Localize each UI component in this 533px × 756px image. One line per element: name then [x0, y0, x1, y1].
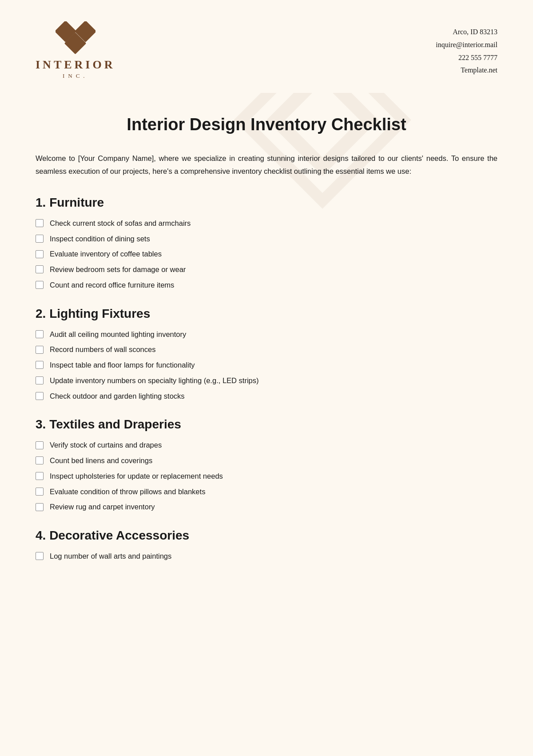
checkbox[interactable] [36, 346, 44, 354]
checkbox[interactable] [36, 330, 44, 338]
checkbox[interactable] [36, 265, 44, 273]
list-item: Verify stock of curtains and drapes [36, 440, 497, 451]
section-furniture: 1. Furniture Check current stock of sofa… [36, 196, 497, 291]
section-textiles: 3. Textiles and Draperies Verify stock o… [36, 417, 497, 512]
company-address: Arco, ID 83213 [436, 26, 497, 39]
list-item: Check current stock of sofas and armchai… [36, 218, 497, 229]
company-email: inquire@interior.mail [436, 39, 497, 52]
checkbox[interactable] [36, 250, 44, 258]
checkbox[interactable] [36, 552, 44, 560]
checkbox[interactable] [36, 235, 44, 243]
list-item: Evaluate inventory of coffee tables [36, 248, 497, 260]
contact-info: Arco, ID 83213 inquire@interior.mail 222… [436, 21, 497, 77]
checkbox[interactable] [36, 503, 44, 511]
checkbox[interactable] [36, 392, 44, 400]
list-item: Check outdoor and garden lighting stocks [36, 391, 497, 402]
textiles-checklist: Verify stock of curtains and drapes Coun… [36, 440, 497, 512]
section-lighting: 2. Lighting Fixtures Audit all ceiling m… [36, 307, 497, 402]
list-item: Inspect table and floor lamps for functi… [36, 360, 497, 371]
document-title: Interior Design Inventory Checklist [36, 115, 497, 134]
checkbox[interactable] [36, 361, 44, 369]
list-item: Update inventory numbers on specialty li… [36, 375, 497, 386]
checkbox[interactable] [36, 456, 44, 464]
section-decorative-title: 4. Decorative Accessories [36, 528, 497, 543]
company-website: Template.net [436, 64, 497, 77]
checkbox[interactable] [36, 441, 44, 449]
checkbox[interactable] [36, 472, 44, 480]
list-item: Audit all ceiling mounted lighting inven… [36, 329, 497, 340]
list-item: Record numbers of wall sconces [36, 344, 497, 355]
section-decorative: 4. Decorative Accessories Log number of … [36, 528, 497, 562]
section-textiles-title: 3. Textiles and Draperies [36, 417, 497, 432]
checkbox[interactable] [36, 219, 44, 227]
logo-icon [56, 21, 95, 55]
list-item: Review rug and carpet inventory [36, 501, 497, 512]
section-lighting-title: 2. Lighting Fixtures [36, 307, 497, 321]
page: INTERIOR INC. Arco, ID 83213 inquire@int… [0, 0, 533, 756]
checkbox[interactable] [36, 281, 44, 289]
intro-paragraph: Welcome to [Your Company Name], where we… [36, 152, 497, 178]
logo-area: INTERIOR INC. [36, 21, 115, 80]
header: INTERIOR INC. Arco, ID 83213 inquire@int… [0, 0, 533, 93]
list-item: Inspect condition of dining sets [36, 233, 497, 244]
lighting-checklist: Audit all ceiling mounted lighting inven… [36, 329, 497, 402]
list-item: Inspect upholsteries for update or repla… [36, 471, 497, 482]
furniture-checklist: Check current stock of sofas and armchai… [36, 218, 497, 291]
logo-inc: INC. [63, 72, 88, 80]
checkbox[interactable] [36, 488, 44, 496]
main-content: Interior Design Inventory Checklist Welc… [0, 93, 533, 604]
decorative-checklist: Log number of wall arts and paintings [36, 551, 497, 562]
list-item: Count bed linens and coverings [36, 455, 497, 466]
list-item: Review bedroom sets for damage or wear [36, 264, 497, 275]
section-furniture-title: 1. Furniture [36, 196, 497, 210]
checkbox[interactable] [36, 376, 44, 384]
list-item: Count and record office furniture items [36, 280, 497, 291]
list-item: Evaluate condition of throw pillows and … [36, 486, 497, 497]
logo-name: INTERIOR [36, 58, 115, 72]
company-phone: 222 555 7777 [436, 52, 497, 64]
list-item: Log number of wall arts and paintings [36, 551, 497, 562]
